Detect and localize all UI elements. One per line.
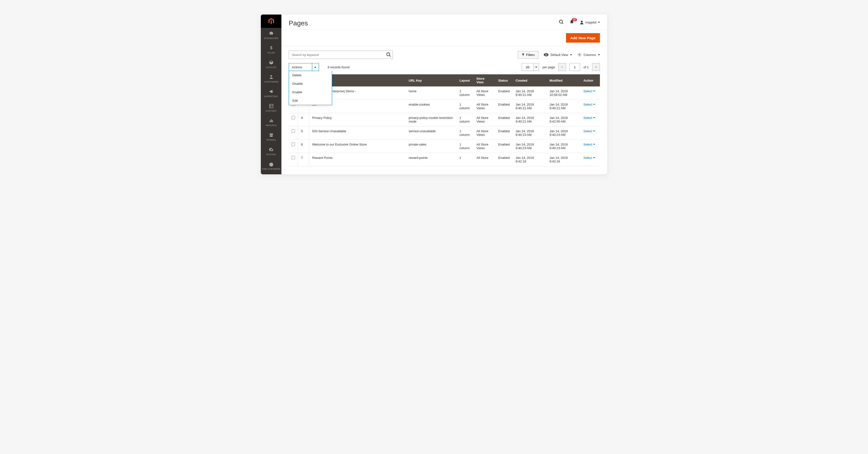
row-checkbox[interactable] bbox=[291, 142, 295, 146]
row-checkbox[interactable] bbox=[291, 116, 295, 119]
sidebar-item-label: CUSTOMERS bbox=[264, 80, 278, 83]
cell-id: 7 bbox=[298, 153, 309, 166]
col-action[interactable]: Action bbox=[581, 74, 600, 87]
caret-down-icon bbox=[593, 144, 595, 145]
cell-layout: 1 column bbox=[457, 126, 473, 140]
cell-store-view: All Store Views bbox=[473, 100, 495, 113]
cell-action: Select bbox=[581, 153, 600, 166]
col-created[interactable]: Created bbox=[513, 74, 547, 87]
select-action-link[interactable]: Select bbox=[583, 116, 595, 120]
keyword-search-input[interactable] bbox=[289, 51, 393, 59]
svg-point-8 bbox=[559, 20, 563, 23]
caret-down-icon bbox=[598, 22, 600, 23]
row-checkbox[interactable] bbox=[291, 129, 295, 133]
next-page-button[interactable] bbox=[592, 63, 600, 71]
select-action-link[interactable]: Select bbox=[583, 103, 595, 106]
svg-point-1 bbox=[270, 75, 272, 77]
sidebar-item-find-partners[interactable]: FIND PARTNERS bbox=[261, 159, 281, 173]
col-modified[interactable]: Modified bbox=[547, 74, 581, 87]
sidebar-item-catalog[interactable]: CATALOG bbox=[261, 57, 281, 71]
svg-point-11 bbox=[387, 53, 390, 56]
cell-modified: Jan 14, 2019 9:42:16 bbox=[547, 153, 581, 166]
cell-created: Jan 14, 2019 9:40:21 AM bbox=[513, 113, 547, 126]
columns-button[interactable]: Columns bbox=[578, 53, 600, 57]
prev-page-button[interactable] bbox=[558, 63, 566, 71]
select-action-link[interactable]: Select bbox=[583, 129, 595, 133]
col-status[interactable]: Status bbox=[495, 74, 513, 87]
sidebar-item-label: CONTENT bbox=[266, 110, 277, 112]
select-action-link[interactable]: Select bbox=[583, 142, 595, 146]
cell-url-key: home bbox=[406, 87, 457, 100]
page-header: Pages 39 magebit bbox=[281, 14, 607, 30]
page-size-selector[interactable] bbox=[522, 63, 539, 71]
select-action-link[interactable]: Select bbox=[583, 156, 595, 160]
action-disable[interactable]: Disable bbox=[289, 79, 332, 88]
row-checkbox-cell bbox=[289, 140, 298, 153]
search-submit-button[interactable] bbox=[386, 52, 392, 58]
actions-dropdown-menu: Delete Disable Enable Edit bbox=[289, 71, 332, 105]
sidebar-item-label: SALES bbox=[268, 52, 275, 54]
cell-title: Privacy Policy bbox=[309, 113, 406, 126]
sidebar-item-marketing[interactable]: MARKETING bbox=[261, 86, 281, 100]
col-layout[interactable]: Layout bbox=[457, 74, 473, 87]
svg-line-9 bbox=[562, 23, 563, 24]
cell-title: Welcome to our Exclusive Online Store bbox=[309, 140, 406, 153]
cell-title: 503 Service Unavailable bbox=[309, 126, 406, 140]
cell-action: Select bbox=[581, 140, 600, 153]
eye-icon bbox=[544, 53, 549, 57]
sidebar-item-dashboard[interactable]: DASHBOARD bbox=[261, 28, 281, 42]
col-store-view[interactable]: Store View bbox=[473, 74, 495, 87]
caret-up-icon bbox=[312, 63, 319, 71]
cell-id: 6 bbox=[298, 140, 309, 153]
cell-url-key: privacy-policy-cookie-restriction-mode bbox=[406, 113, 457, 126]
magento-logo[interactable] bbox=[261, 14, 281, 28]
row-checkbox-cell bbox=[289, 126, 298, 140]
cell-status: Enabled bbox=[495, 153, 513, 166]
select-action-link[interactable]: Select bbox=[583, 89, 595, 93]
sidebar-item-customers[interactable]: CUSTOMERS bbox=[261, 71, 281, 86]
table-row: iesenable-cookies1 columnAll Store Views… bbox=[289, 100, 600, 113]
sidebar-item-reports[interactable]: REPORTS bbox=[261, 115, 281, 130]
cell-created: Jan 14, 2019 9:42:16 bbox=[513, 153, 547, 166]
notifications-button[interactable]: 39 bbox=[569, 20, 574, 25]
sidebar-item-label: MARKETING bbox=[264, 95, 278, 98]
table-header-row: URL Key Layout Store View Status Created… bbox=[289, 74, 600, 87]
svg-line-12 bbox=[390, 56, 391, 57]
cell-layout: 1 bbox=[457, 153, 473, 166]
page-size-input[interactable] bbox=[522, 63, 533, 71]
cell-store-view: All Store Views bbox=[473, 113, 495, 126]
sidebar-item-system[interactable]: SYSTEM bbox=[261, 144, 281, 159]
actions-dropdown[interactable]: Actions bbox=[289, 63, 319, 71]
cell-created: Jan 14, 2019 9:40:21 AM bbox=[513, 100, 547, 113]
table-row: 7Reward Pointsreward-points1All StoreEna… bbox=[289, 153, 600, 166]
caret-down-icon[interactable] bbox=[533, 63, 539, 71]
col-url-key[interactable]: URL Key bbox=[406, 74, 457, 87]
caret-down-icon bbox=[593, 131, 595, 132]
sidebar-item-label: REPORTS bbox=[266, 124, 277, 127]
cell-store-view: All Store Views bbox=[473, 126, 495, 140]
action-delete[interactable]: Delete bbox=[289, 71, 332, 79]
funnel-icon bbox=[521, 53, 525, 57]
notification-count: 39 bbox=[572, 18, 577, 21]
caret-down-icon bbox=[570, 54, 572, 56]
sidebar-item-sales[interactable]: $ SALES bbox=[261, 42, 281, 57]
filters-button[interactable]: Filters bbox=[518, 51, 538, 59]
user-menu[interactable]: magebit bbox=[580, 20, 600, 25]
search-icon[interactable] bbox=[559, 20, 564, 25]
svg-point-10 bbox=[581, 21, 583, 23]
row-checkbox[interactable] bbox=[291, 156, 295, 159]
sidebar-item-label: CATALOG bbox=[266, 66, 277, 68]
svg-rect-5 bbox=[270, 121, 270, 122]
cell-store-view: All Store Views bbox=[473, 87, 495, 100]
per-page-label: per page bbox=[542, 65, 555, 69]
add-new-page-button[interactable]: Add New Page bbox=[566, 33, 600, 43]
default-view-button[interactable]: Default View bbox=[544, 53, 572, 57]
current-page-input[interactable] bbox=[569, 63, 580, 71]
action-edit[interactable]: Edit bbox=[289, 96, 332, 105]
sidebar-item-content[interactable]: CONTENT bbox=[261, 100, 281, 115]
table-row: Commerce (Enterprise) Demo -home1 column… bbox=[289, 87, 600, 100]
sidebar-item-stores[interactable]: STORES bbox=[261, 130, 281, 144]
person-icon bbox=[269, 74, 274, 80]
action-enable[interactable]: Enable bbox=[289, 88, 332, 96]
cell-modified: Jan 14, 2019 9:40:23 AM bbox=[547, 140, 581, 153]
